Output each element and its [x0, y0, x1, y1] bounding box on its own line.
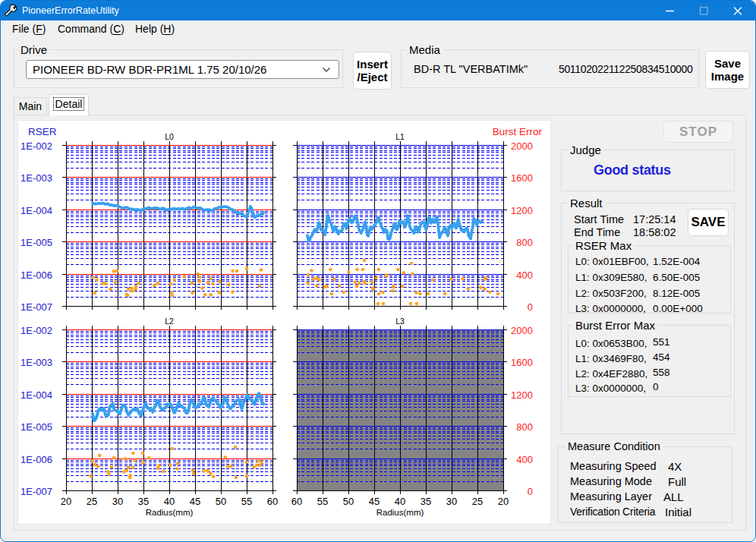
svg-text:1600: 1600: [511, 357, 533, 368]
svg-text:Burst Error: Burst Error: [493, 126, 543, 137]
svg-text:1E-005: 1E-005: [20, 421, 52, 433]
svg-text:1E-006: 1E-006: [20, 269, 52, 281]
svg-text:400: 400: [516, 269, 533, 281]
svg-text:1E-007: 1E-007: [20, 486, 52, 497]
svg-text:800: 800: [516, 237, 533, 248]
svg-text:0: 0: [528, 301, 533, 313]
svg-text:1600: 1600: [511, 172, 533, 184]
svg-text:45: 45: [369, 496, 380, 507]
svg-text:35: 35: [138, 496, 149, 507]
svg-text:RSER: RSER: [28, 126, 57, 137]
svg-text:25: 25: [472, 496, 483, 507]
svg-text:55: 55: [241, 496, 252, 507]
svg-text:30: 30: [112, 496, 123, 507]
svg-text:2000: 2000: [511, 325, 533, 336]
svg-text:L1: L1: [395, 132, 405, 141]
svg-text:55: 55: [317, 496, 328, 507]
svg-text:1200: 1200: [511, 389, 533, 401]
svg-text:1E-006: 1E-006: [20, 454, 52, 465]
svg-text:25: 25: [87, 496, 97, 507]
svg-text:50: 50: [216, 496, 226, 507]
svg-text:1E-003: 1E-003: [20, 172, 52, 184]
svg-text:1E-004: 1E-004: [20, 389, 52, 401]
svg-text:L3: L3: [395, 317, 405, 326]
svg-text:800: 800: [516, 421, 533, 433]
svg-text:50: 50: [343, 496, 354, 507]
svg-text:35: 35: [421, 496, 431, 507]
svg-text:1E-005: 1E-005: [20, 237, 52, 248]
svg-text:Radius(mm): Radius(mm): [146, 508, 194, 517]
svg-text:45: 45: [190, 496, 200, 507]
svg-text:60: 60: [267, 496, 278, 507]
svg-text:1E-002: 1E-002: [20, 140, 52, 152]
svg-text:40: 40: [164, 496, 175, 507]
svg-text:1E-004: 1E-004: [20, 205, 52, 216]
svg-text:20: 20: [498, 496, 509, 507]
svg-text:2000: 2000: [511, 140, 533, 152]
svg-text:1E-007: 1E-007: [20, 301, 52, 313]
svg-text:30: 30: [446, 496, 457, 507]
svg-text:0: 0: [528, 486, 533, 497]
svg-text:40: 40: [395, 496, 405, 507]
svg-text:60: 60: [291, 496, 302, 507]
svg-text:1E-003: 1E-003: [20, 357, 52, 368]
svg-text:L2: L2: [165, 317, 174, 326]
svg-text:1200: 1200: [511, 205, 533, 216]
svg-text:L0: L0: [165, 132, 174, 141]
svg-text:1E-002: 1E-002: [20, 325, 52, 336]
svg-text:20: 20: [61, 496, 71, 507]
svg-text:Radius(mm): Radius(mm): [376, 508, 424, 517]
svg-text:400: 400: [516, 454, 533, 465]
